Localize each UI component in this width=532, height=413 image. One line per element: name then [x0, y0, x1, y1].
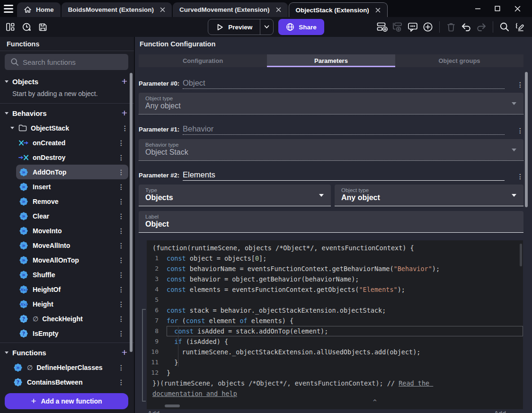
- close-icon[interactable]: [375, 8, 381, 13]
- add-event-hint[interactable]: Add...: [148, 410, 165, 413]
- kebab-menu-icon[interactable]: ⋮: [118, 170, 124, 175]
- kebab-menu-icon[interactable]: ⋮: [118, 272, 124, 277]
- code-line[interactable]: 9 if (isAdded) {: [147, 336, 523, 347]
- add-event-hint[interactable]: Add...: [494, 410, 511, 413]
- function-item[interactable]: ? ContainsBetween ⋮: [10, 375, 128, 389]
- kebab-menu-icon[interactable]: ⋮: [118, 331, 124, 336]
- function-item[interactable]: onCreated ⋮: [16, 135, 128, 150]
- javascript-code-editor[interactable]: (function(runtimeScene, objects /*Object…: [147, 240, 523, 409]
- add-behavior-button[interactable]: +: [122, 108, 127, 118]
- code-line[interactable]: 10 runtimeScene._objectStackExtension.al…: [147, 347, 523, 357]
- kebab-menu-icon[interactable]: ⋮: [118, 258, 124, 263]
- toolbar-button[interactable]: [421, 20, 434, 34]
- function-item[interactable]: ? IsEmpty ⋮: [16, 326, 128, 341]
- tab[interactable]: CurvedMovement (Extension): [173, 2, 288, 17]
- code-line[interactable]: 1 const object = objects[0];: [147, 253, 523, 264]
- label-input[interactable]: Label Object: [139, 211, 523, 233]
- function-item[interactable]: f(x) HeightOf ⋮: [16, 282, 128, 297]
- tab[interactable]: BoidsMovement (Extension): [62, 2, 172, 17]
- config-tab[interactable]: Parameters: [267, 54, 395, 67]
- main-scrollbar-thumb[interactable]: [525, 72, 528, 207]
- add-new-function-button[interactable]: + Add a new function: [5, 393, 128, 409]
- toolbar-button[interactable]: [376, 20, 389, 34]
- kebab-menu-icon[interactable]: ⋮: [517, 82, 523, 89]
- tab[interactable]: Home: [17, 2, 61, 17]
- function-item-label: CheckHeight: [42, 315, 83, 323]
- close-icon[interactable]: [160, 7, 165, 12]
- editor-scrollbar-thumb[interactable]: [520, 244, 522, 266]
- function-item[interactable]: » ∅ DefineHelperClasses ⋮: [10, 360, 128, 375]
- kebab-menu-icon[interactable]: ⋮: [118, 214, 124, 219]
- config-tab[interactable]: Configuration: [139, 54, 267, 67]
- kebab-menu-icon[interactable]: ⋮: [118, 228, 124, 233]
- kebab-menu-icon[interactable]: ⋮: [118, 316, 124, 321]
- toolbar-button[interactable]: [4, 20, 17, 34]
- scroll-hint[interactable]: ^: [373, 398, 377, 405]
- kebab-menu-icon[interactable]: ⋮: [118, 199, 124, 204]
- object-type-select[interactable]: Object type Any object: [335, 185, 523, 206]
- function-item[interactable]: » Remove ⋮: [16, 194, 128, 209]
- editor-hscrollbar-thumb[interactable]: [165, 404, 180, 407]
- code-line[interactable]: 2 const behaviorName = eventsFunctionCon…: [147, 264, 523, 274]
- section-objects[interactable]: Objects +: [0, 74, 134, 89]
- kebab-menu-icon[interactable]: ⋮: [122, 126, 128, 131]
- share-button[interactable]: Share: [278, 19, 324, 35]
- tab[interactable]: ObjectStack (Extension): [289, 2, 388, 17]
- add-object-button[interactable]: +: [122, 77, 127, 86]
- function-item[interactable]: ? ∅ CheckHeight ⋮: [16, 311, 128, 326]
- preview-dropdown-button[interactable]: [260, 19, 273, 35]
- code-line[interactable]: 11 }: [147, 357, 523, 368]
- kebab-menu-icon[interactable]: ⋮: [118, 243, 124, 248]
- function-item[interactable]: » Insert ⋮: [16, 179, 128, 194]
- search-input[interactable]: [5, 54, 128, 70]
- parameter-name-field[interactable]: Object: [183, 79, 505, 89]
- code-line[interactable]: 12 }: [147, 368, 523, 378]
- code-line[interactable]: 8 const isAdded = stack.addOnTop(element…: [147, 326, 523, 336]
- toolbar-button[interactable]: [36, 20, 49, 34]
- kebab-menu-icon[interactable]: ⋮: [118, 380, 124, 385]
- minimize-button[interactable]: [468, 1, 488, 16]
- function-item[interactable]: » MoveInto ⋮: [16, 223, 128, 238]
- section-functions[interactable]: Functions +: [0, 345, 134, 360]
- toolbar-button[interactable]: [406, 20, 419, 34]
- function-item[interactable]: » Shuffle ⋮: [16, 267, 128, 282]
- section-behaviors[interactable]: Behaviors +: [0, 105, 134, 121]
- function-item[interactable]: » Clear ⋮: [16, 209, 128, 223]
- close-icon[interactable]: [276, 7, 281, 12]
- toolbar-button[interactable]: [513, 20, 526, 34]
- code-line[interactable]: 4 const elements = eventsFunctionContext…: [147, 284, 523, 295]
- kebab-menu-icon[interactable]: ⋮: [118, 365, 124, 370]
- function-item[interactable]: f(x) Height ⋮: [16, 297, 128, 311]
- code-line[interactable]: 3 const behavior = object.getBehavior(be…: [147, 274, 523, 284]
- toolbar-button[interactable]: [460, 20, 473, 34]
- kebab-menu-icon[interactable]: ⋮: [118, 302, 124, 307]
- object-type-select[interactable]: Object type Any object: [139, 93, 523, 114]
- preview-button[interactable]: Preview: [208, 19, 274, 35]
- function-item[interactable]: » MoveAllOnTop ⋮: [16, 253, 128, 267]
- kebab-menu-icon[interactable]: ⋮: [517, 128, 523, 135]
- sidebar-scrollbar-thumb[interactable]: [130, 73, 133, 352]
- config-tab[interactable]: Object groups: [395, 54, 523, 67]
- hamburger-menu-icon[interactable]: [0, 0, 17, 17]
- function-item[interactable]: » MoveAllInto ⋮: [16, 238, 128, 253]
- type-select[interactable]: Type Objects: [139, 185, 331, 206]
- code-line[interactable]: 7 for (const element of elements) {: [147, 316, 523, 326]
- parameter-name-field[interactable]: Elements: [183, 170, 505, 181]
- function-item[interactable]: » AddOnTop ⋮: [16, 165, 128, 179]
- behavior-group-objectstack[interactable]: ObjectStack ⋮: [0, 121, 134, 135]
- parameter-name-field[interactable]: Behavior: [183, 124, 505, 135]
- toolbar-button[interactable]: [498, 20, 511, 34]
- code-line[interactable]: 6 const stack = behavior._objectStackExt…: [147, 305, 523, 316]
- kebab-menu-icon[interactable]: ⋮: [118, 185, 124, 189]
- behavior-type-select[interactable]: Behavior type Object Stack: [139, 139, 523, 161]
- close-window-button[interactable]: [507, 1, 527, 16]
- kebab-menu-icon[interactable]: ⋮: [118, 155, 124, 160]
- function-item[interactable]: onDestroy ⋮: [16, 150, 128, 165]
- kebab-menu-icon[interactable]: ⋮: [118, 287, 124, 292]
- toolbar-button[interactable]: [20, 20, 33, 34]
- kebab-menu-icon[interactable]: ⋮: [517, 174, 523, 181]
- code-line[interactable]: 5: [147, 295, 523, 305]
- add-function-plus-button[interactable]: +: [122, 348, 127, 357]
- kebab-menu-icon[interactable]: ⋮: [118, 141, 124, 145]
- maximize-button[interactable]: [488, 1, 507, 16]
